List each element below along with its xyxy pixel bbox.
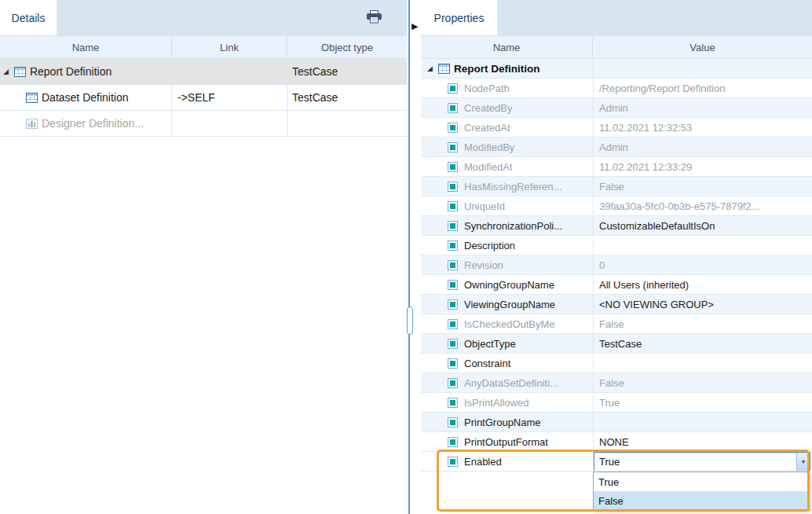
property-icon xyxy=(448,299,458,310)
property-name: Description xyxy=(464,240,515,251)
property-row[interactable]: CreatedAt11.02.2021 12:32:53 xyxy=(421,118,812,138)
details-row[interactable]: Dataset Definition->SELFTestCase xyxy=(0,85,407,111)
property-row[interactable]: HasMissingReferen...False xyxy=(421,177,812,196)
property-icon xyxy=(448,339,458,349)
property-row[interactable]: ViewingGroupName<NO VIEWING GROUP> xyxy=(421,295,812,314)
column-header-value[interactable]: Value xyxy=(593,35,812,59)
property-row[interactable]: Revision0 xyxy=(421,255,812,275)
name-cell: ◢ Report Definition xyxy=(421,59,593,79)
property-row[interactable]: CreatedByAdmin xyxy=(421,98,812,118)
property-icon xyxy=(448,162,458,172)
property-row[interactable]: Description xyxy=(421,236,812,255)
property-value: <NO VIEWING GROUP> xyxy=(593,295,812,314)
property-row[interactable]: OwningGroupNameAll Users (inherited) xyxy=(421,275,812,295)
property-row[interactable]: PrintOutputFormatNONE xyxy=(421,432,812,452)
column-header-name[interactable]: Name xyxy=(0,35,172,59)
panel-splitter[interactable]: ▶ xyxy=(407,0,421,514)
enabled-dropdown-popup: True False xyxy=(593,472,810,511)
property-name: PrintGroupName xyxy=(464,417,541,428)
print-button[interactable] xyxy=(363,9,385,27)
properties-tabbar: Properties xyxy=(421,0,812,35)
tab-properties-label: Properties xyxy=(434,12,485,24)
property-row[interactable]: ModifiedAt11.02.2021 12:33:29 xyxy=(421,157,812,177)
expander-icon[interactable]: ◢ xyxy=(427,65,433,72)
property-row[interactable]: ObjectTypeTestCase xyxy=(421,334,812,354)
property-value: /Reporting/Report Definition xyxy=(593,79,812,98)
property-value: False xyxy=(593,373,812,393)
name-cell: CreatedAt xyxy=(421,118,593,138)
property-row[interactable]: UniqueId39faa30a-5fc0-0b3b-e575-7879f2..… xyxy=(421,196,812,216)
property-name: ViewingGroupName xyxy=(464,299,555,310)
column-header-object-type[interactable]: Object type xyxy=(287,35,407,59)
property-value xyxy=(593,354,812,373)
enabled-combobox[interactable]: True ▼ xyxy=(594,452,810,472)
value-cell: True ▼ xyxy=(593,452,812,472)
dropdown-option-false[interactable]: False xyxy=(594,491,809,510)
tab-properties[interactable]: Properties xyxy=(421,0,498,35)
enabled-property-row[interactable]: Enabled True ▼ xyxy=(421,452,812,472)
property-icon-fill xyxy=(450,341,455,347)
property-value: 11.02.2021 12:33:29 xyxy=(593,157,812,177)
column-header-name[interactable]: Name xyxy=(421,35,593,59)
splitter-collapse-icon[interactable]: ▶ xyxy=(411,21,418,31)
property-row[interactable]: Constraint xyxy=(421,354,812,373)
property-row[interactable]: IsPrintAllowedTrue xyxy=(421,393,812,413)
name-cell: HasMissingReferen... xyxy=(421,177,593,196)
property-value: All Users (inherited) xyxy=(593,275,812,295)
property-icon-fill xyxy=(450,164,455,170)
details-row[interactable]: ◢Report DefinitionTestCase xyxy=(0,59,407,85)
property-icon xyxy=(448,201,458,211)
combobox-dropdown-button[interactable]: ▼ xyxy=(796,453,810,471)
property-root-row[interactable]: ◢ Report Definition xyxy=(421,59,812,79)
property-value: False xyxy=(593,314,812,334)
name-cell: NodePath xyxy=(421,79,593,98)
property-row[interactable]: ModifiedByAdmin xyxy=(421,138,812,157)
dropdown-option-true[interactable]: True xyxy=(594,472,809,491)
property-icon xyxy=(448,378,458,388)
property-icon xyxy=(448,417,458,428)
property-row[interactable]: SynchronizationPoli...CustomizableDefaul… xyxy=(421,216,812,236)
details-rows: ◢Report DefinitionTestCaseDataset Defini… xyxy=(0,59,407,137)
expander-icon[interactable]: ◢ xyxy=(3,68,9,75)
property-icon xyxy=(448,83,458,94)
chart-icon xyxy=(26,119,38,129)
table-icon xyxy=(14,67,26,77)
property-name: AnyDataSetDefiniti... xyxy=(464,377,558,389)
property-row[interactable]: NodePath/Reporting/Report Definition xyxy=(421,79,812,98)
property-icon-fill xyxy=(450,361,455,366)
property-value xyxy=(593,236,812,255)
property-value: NONE xyxy=(593,432,812,452)
details-row[interactable]: Designer Definition... xyxy=(0,111,407,137)
property-icon xyxy=(448,260,458,270)
property-icon xyxy=(448,182,458,192)
details-column-headers: Name Link Object type xyxy=(0,35,407,59)
link-cell xyxy=(172,111,287,137)
property-row[interactable]: IsCheckedOutByMeFalse xyxy=(421,314,812,334)
name-cell: UniqueId xyxy=(421,196,593,216)
property-icon xyxy=(448,142,458,152)
splitter-grip[interactable] xyxy=(407,307,413,335)
tab-details[interactable]: Details xyxy=(0,0,57,35)
property-icon xyxy=(448,457,458,467)
property-value: Admin xyxy=(593,138,812,157)
property-icon-fill xyxy=(450,302,455,307)
chevron-down-icon: ▼ xyxy=(801,459,807,464)
property-name: CreatedBy xyxy=(464,102,512,114)
property-icon-fill xyxy=(450,204,455,209)
table-icon xyxy=(438,64,450,74)
properties-column-headers: Name Value xyxy=(421,35,812,59)
property-name: NodePath xyxy=(464,83,510,94)
property-row[interactable]: AnyDataSetDefiniti...False xyxy=(421,373,812,393)
property-name: ModifiedAt xyxy=(464,161,512,173)
column-header-link[interactable]: Link xyxy=(172,35,287,59)
name-cell: ModifiedAt xyxy=(421,157,593,177)
property-name: IsPrintAllowed xyxy=(464,397,529,409)
object-type-cell: TestCase xyxy=(287,59,407,85)
property-icon xyxy=(448,280,458,290)
property-row[interactable]: PrintGroupName xyxy=(421,413,812,432)
property-icon-fill xyxy=(450,223,455,229)
link-cell: ->SELF xyxy=(172,85,287,111)
property-name: Enabled xyxy=(464,456,502,468)
property-icon xyxy=(448,319,458,329)
property-value: CustomizableDefaultIsOn xyxy=(593,216,812,236)
